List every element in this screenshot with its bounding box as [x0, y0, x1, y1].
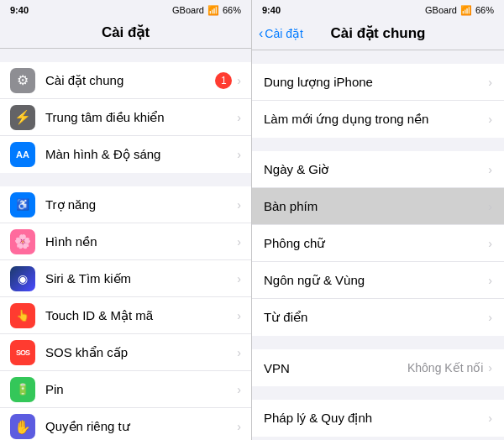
chevron-quyen: ›	[237, 420, 241, 433]
touch-id-icon: 👆	[10, 303, 35, 328]
back-label: Cài đặt	[265, 27, 303, 40]
right-label-vpn: VPN	[264, 361, 290, 375]
sos-icon: SOS	[10, 340, 35, 365]
right-item-phong-chu[interactable]: Phông chữ ›	[252, 225, 504, 262]
badge-cai-dat-chung: 1	[215, 72, 232, 89]
left-label-sos: SOS khẩn cấp	[45, 345, 237, 360]
right-status-bar: 9:40 GBoard 📶 66%	[252, 0, 504, 18]
left-label-tro-nang: Trợ năng	[45, 197, 237, 212]
left-item-sos[interactable]: SOS SOS khẩn cấp ›	[0, 334, 251, 371]
left-label-siri: Siri & Tìm kiếm	[45, 271, 237, 286]
wallpaper-icon: 🌸	[10, 229, 35, 254]
left-item-tro-nang[interactable]: ♿ Trợ năng ›	[0, 186, 251, 223]
accessibility-icon: ♿	[10, 192, 35, 217]
right-chevron-lam-moi: ›	[488, 113, 492, 126]
left-label-quyen: Quyền riêng tư	[45, 419, 237, 434]
left-label-pin: Pin	[45, 382, 237, 396]
right-label-lam-moi: Làm mới ứng dụng trong nền	[264, 112, 428, 127]
chevron-man-hinh: ›	[237, 148, 241, 161]
left-label-cai-dat-chung: Cài đặt chung	[45, 73, 215, 88]
right-item-ngon-ngu[interactable]: Ngôn ngữ & Vùng ›	[252, 262, 504, 299]
left-carrier: GBoard	[172, 5, 204, 15]
back-button[interactable]: ‹ Cài đặt	[259, 26, 303, 41]
right-carrier: GBoard	[425, 5, 457, 15]
right-label-ngon-ngu: Ngôn ngữ & Vùng	[264, 273, 365, 288]
right-label-phong-chu: Phông chữ	[264, 236, 325, 251]
left-status-right: GBoard 📶 66%	[172, 5, 241, 16]
display-icon: AA	[10, 142, 35, 167]
right-chevron-dung-luong: ›	[488, 76, 492, 89]
right-group-4: Pháp lý & Quy định ›	[252, 400, 504, 437]
control-center-icon: ⚡	[10, 105, 35, 130]
left-item-touch-id[interactable]: 👆 Touch ID & Mật mã ›	[0, 297, 251, 334]
left-label-trung-tam: Trung tâm điều khiển	[45, 110, 237, 125]
left-label-touch-id: Touch ID & Mật mã	[45, 308, 237, 323]
right-battery: 66%	[475, 5, 494, 15]
right-panel: 9:40 GBoard 📶 66% ‹ Cài đặt Cài đặt chun…	[252, 0, 504, 440]
left-item-man-hinh[interactable]: AA Màn hình & Độ sáng ›	[0, 136, 251, 173]
right-item-lam-moi[interactable]: Làm mới ứng dụng trong nền ›	[252, 101, 504, 138]
right-group-2: Ngày & Giờ › Bàn phím › Phông chữ › Ngôn…	[252, 151, 504, 336]
right-label-dung-luong: Dung lượng iPhone	[264, 75, 373, 90]
right-status-right: GBoard 📶 66%	[425, 5, 494, 16]
right-chevron-ban-phim: ›	[488, 200, 492, 213]
chevron-touch-id: ›	[237, 309, 241, 322]
right-item-vpn[interactable]: VPN Không Kết nối ›	[252, 349, 504, 386]
right-group-1: Dung lượng iPhone › Làm mới ứng dụng tro…	[252, 64, 504, 138]
right-item-ban-phim[interactable]: Bàn phím ›	[252, 188, 504, 225]
right-item-dung-luong[interactable]: Dung lượng iPhone ›	[252, 64, 504, 101]
right-chevron-phap-ly: ›	[488, 411, 492, 425]
privacy-icon: ✋	[10, 414, 35, 439]
right-value-vpn: Không Kết nối	[407, 361, 483, 375]
chevron-pin: ›	[237, 383, 241, 396]
chevron-tro-nang: ›	[237, 198, 241, 212]
gear-icon: ⚙	[10, 68, 35, 93]
right-label-ban-phim: Bàn phím	[264, 199, 318, 213]
right-nav-title: Cài đặt chung	[331, 24, 426, 42]
left-panel: 9:40 GBoard 📶 66% Cài đặt ⚙ Cài đặt chun…	[0, 0, 252, 440]
left-wifi-icon: 📶	[207, 5, 219, 16]
siri-icon: ◉	[10, 266, 35, 291]
left-item-trung-tam[interactable]: ⚡ Trung tâm điều khiển ›	[0, 99, 251, 136]
left-group-2: ♿ Trợ năng › 🌸 Hình nền › ◉ Siri & Tìm k…	[0, 186, 251, 440]
right-item-phap-ly[interactable]: Pháp lý & Quy định ›	[252, 400, 504, 437]
right-detail-list: Dung lượng iPhone › Làm mới ứng dụng tro…	[252, 50, 504, 440]
right-chevron-vpn: ›	[488, 361, 492, 375]
left-time: 9:40	[10, 5, 29, 15]
right-item-ngay-gio[interactable]: Ngày & Giờ ›	[252, 151, 504, 188]
right-label-ngay-gio: Ngày & Giờ	[264, 162, 328, 177]
back-chevron-icon: ‹	[259, 26, 263, 41]
left-label-man-hinh: Màn hình & Độ sáng	[45, 147, 237, 162]
left-label-hinh-nen: Hình nền	[45, 234, 237, 249]
left-item-siri[interactable]: ◉ Siri & Tìm kiếm ›	[0, 260, 251, 297]
left-nav-title: Cài đặt	[0, 18, 251, 49]
left-item-cai-dat-chung[interactable]: ⚙ Cài đặt chung 1 ›	[0, 62, 251, 99]
left-item-hinh-nen[interactable]: 🌸 Hình nền ›	[0, 223, 251, 260]
left-battery: 66%	[223, 5, 241, 15]
left-item-pin[interactable]: 🔋 Pin ›	[0, 371, 251, 408]
chevron-siri: ›	[237, 272, 241, 285]
left-settings-list: ⚙ Cài đặt chung 1 › ⚡ Trung tâm điều khi…	[0, 49, 251, 440]
battery-icon: 🔋	[10, 377, 35, 402]
right-chevron-phong-chu: ›	[488, 237, 492, 250]
left-item-quyen[interactable]: ✋ Quyền riêng tư ›	[0, 408, 251, 440]
right-label-phap-ly: Pháp lý & Quy định	[264, 411, 372, 426]
right-chevron-tu-dien: ›	[488, 311, 492, 324]
chevron-sos: ›	[237, 346, 241, 359]
right-time: 9:40	[262, 5, 281, 15]
right-chevron-ngon-ngu: ›	[488, 274, 492, 287]
left-group-1: ⚙ Cài đặt chung 1 › ⚡ Trung tâm điều khi…	[0, 62, 251, 173]
left-status-bar: 9:40 GBoard 📶 66%	[0, 0, 251, 18]
chevron-cai-dat-chung: ›	[237, 74, 241, 87]
chevron-hinh-nen: ›	[237, 235, 241, 249]
right-wifi-icon: 📶	[460, 5, 472, 16]
right-group-3: VPN Không Kết nối ›	[252, 349, 504, 386]
right-nav: ‹ Cài đặt Cài đặt chung	[252, 18, 504, 50]
chevron-trung-tam: ›	[237, 111, 241, 124]
right-item-tu-dien[interactable]: Từ điển ›	[252, 299, 504, 336]
right-label-tu-dien: Từ điển	[264, 310, 307, 325]
right-chevron-ngay-gio: ›	[488, 163, 492, 176]
